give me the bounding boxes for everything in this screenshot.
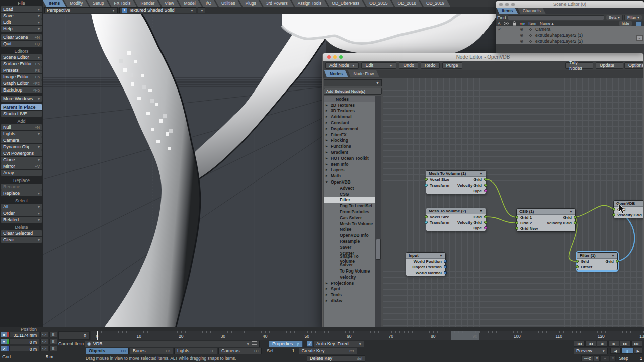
close-icon[interactable] [499, 3, 503, 6]
menu-item[interactable]: Array [1, 170, 42, 176]
node-editor-tab[interactable]: Nodes [324, 70, 348, 77]
hide-button[interactable]: hide [619, 21, 632, 26]
menu-item[interactable]: Replace [1, 177, 42, 183]
auto-key-checkbox[interactable]: ✓ [307, 341, 313, 347]
auto-key-dropdown[interactable]: Auto Key: Fixed ▼ [314, 341, 364, 347]
menu-item[interactable]: Surface Editor F5 [1, 61, 42, 67]
menu-item[interactable]: Clear Scene +N [1, 34, 42, 40]
scene-editor-titlebar[interactable]: Scene Editor (0) [496, 1, 644, 8]
input-port[interactable] [515, 216, 518, 219]
transport-button[interactable]: ||▶ [608, 341, 619, 347]
node-tree-item[interactable]: Advect [324, 185, 375, 191]
node-tree-item[interactable]: ▸ Additional [324, 114, 375, 120]
node-tree-item[interactable]: CSG [324, 191, 375, 197]
transport-button[interactable]: ▶▶ [620, 341, 631, 347]
node-tree-item[interactable]: Nodes [324, 96, 375, 102]
select-mode-tab[interactable]: Cameras +C [218, 348, 262, 354]
menu-item[interactable] [1, 94, 42, 95]
z-stepper[interactable]: <> [40, 346, 48, 351]
menu-item[interactable]: Rename [1, 184, 42, 190]
filter-dropdown[interactable]: Filter ▾ [624, 15, 642, 20]
tree-arrow-icon[interactable]: ▸ [326, 133, 329, 137]
timeline-ruler[interactable]: 0102030405060708090100110120130 [91, 331, 644, 340]
axis-y-chip[interactable]: Y [1, 339, 7, 344]
node-tree-item[interactable]: Velocity [324, 274, 375, 280]
main-tab[interactable]: Setup [87, 0, 110, 7]
node-tree-item[interactable]: Shape To Volume [324, 256, 375, 262]
zoom-icon[interactable] [511, 3, 515, 6]
menu-item[interactable]: Replace ▾ [1, 190, 42, 196]
add-selected-button[interactable]: Add Selected Node(s) [324, 88, 382, 95]
position-z-value[interactable]: 0 m [9, 346, 39, 351]
playhead[interactable] [97, 331, 98, 340]
output-port[interactable] [574, 216, 577, 219]
menu-item[interactable]: Graph Editor ^F2 [1, 80, 42, 86]
main-tab[interactable]: Modify [64, 0, 89, 7]
main-tab[interactable]: Plugs [239, 0, 262, 7]
tree-arrow-icon[interactable]: ▸ [326, 168, 329, 172]
tree-arrow-icon[interactable]: ▸ [326, 109, 329, 113]
transport-button[interactable]: ◀|| [597, 341, 608, 347]
menu-item[interactable]: Null ^N [1, 124, 42, 130]
node-tree-item[interactable]: Filter [324, 197, 375, 203]
main-tab[interactable]: Model [178, 0, 202, 7]
x-stepper[interactable]: <> [40, 332, 48, 337]
options-button[interactable]: Options [624, 62, 644, 69]
redo-button[interactable]: Redo [421, 62, 440, 69]
main-tab[interactable]: FX Tools [108, 0, 136, 7]
output-port[interactable] [484, 226, 487, 229]
menu-item[interactable]: Edit ▾ [1, 19, 42, 25]
eye-icon[interactable] [504, 22, 509, 25]
update-button[interactable]: Update [596, 62, 623, 69]
menu-item[interactable]: Backdrop ^F5 [1, 87, 42, 93]
menu-item[interactable]: Scene Editor ▾ [1, 54, 42, 60]
main-tab[interactable]: OD_2018 [392, 0, 422, 7]
node-tree-item[interactable]: ▸ FiberFX [324, 132, 375, 138]
scene-editor-tab[interactable]: Items [497, 8, 518, 14]
menu-item[interactable]: Related ▾ [1, 217, 42, 223]
add-node-dropdown[interactable]: Add Node▼ [325, 62, 359, 69]
scene-item-row[interactable]: ✓ ⊕ Camera [496, 26, 644, 32]
input-port[interactable] [612, 208, 615, 211]
tree-scrollbar-thumb[interactable] [376, 239, 381, 260]
menu-item[interactable]: Cvt Powergons [1, 150, 42, 156]
list-view-icon[interactable] [252, 341, 257, 346]
node-tree-item[interactable]: ▸ Tools [324, 292, 375, 298]
chevron-down-icon[interactable]: ▼ [594, 355, 600, 361]
node-mesh-to-volume-1[interactable]: Mesh To Volume (1)▼ Voxel SizeGrid Trans… [426, 170, 486, 194]
window-controls[interactable] [499, 3, 515, 6]
main-tab[interactable]: OD_2015 [363, 0, 393, 7]
input-port[interactable] [425, 178, 428, 181]
node-tree-item[interactable]: ▸ Math [324, 173, 375, 179]
node-tree-item[interactable]: ▸ 3D Textures [324, 108, 375, 114]
node-mesh-to-volume-2[interactable]: Mesh To Volume (2)▼ Voxel SizeGrid Trans… [426, 208, 486, 231]
tree-arrow-icon[interactable]: ▸ [326, 156, 329, 160]
node-tree-item[interactable]: ▸ Layers [324, 167, 375, 173]
menu-item[interactable]: Select [1, 198, 42, 203]
delete-key-button[interactable]: Delete Keydel [307, 355, 365, 362]
node-filter-1[interactable]: Filter (1)▼ GridGrid Offset [577, 252, 618, 270]
properties-button[interactable]: Properties p [269, 341, 303, 347]
tidy-nodes-button[interactable]: Tidy Nodes [565, 62, 593, 69]
menu-item[interactable] [1, 102, 42, 104]
node-tree-item[interactable]: Mesh To Volume [324, 221, 375, 227]
input-port[interactable] [425, 215, 428, 218]
tree-arrow-icon[interactable]: ▾ [326, 180, 329, 184]
node-tree-item[interactable]: OpenVDB Info [324, 232, 375, 238]
menu-item[interactable]: Load ▾ [1, 6, 42, 12]
purge-button[interactable]: Purge [442, 62, 462, 69]
main-tab[interactable]: Utilities [215, 0, 241, 7]
menu-item[interactable]: Lights ▾ [1, 131, 42, 137]
node-tree-item[interactable]: ▸ Functions [324, 143, 375, 149]
node-tree-item[interactable]: ▸ Item Info [324, 161, 375, 167]
tree-scrollbar[interactable] [375, 96, 381, 332]
menu-item[interactable]: All ▾ [1, 204, 42, 210]
node-tree-item[interactable]: Fog To LevelSet [324, 203, 375, 209]
output-port[interactable] [574, 221, 577, 224]
zoom-icon[interactable] [339, 55, 343, 59]
menu-item[interactable]: Parent in Place [1, 104, 42, 110]
chevron-down-icon[interactable]: ▼ [610, 355, 616, 361]
node-tree-item[interactable]: ▸ Projections [324, 280, 375, 286]
node-tree-item[interactable]: ▸ Spot [324, 286, 375, 292]
transport-button[interactable]: ▶▶| [631, 341, 642, 347]
